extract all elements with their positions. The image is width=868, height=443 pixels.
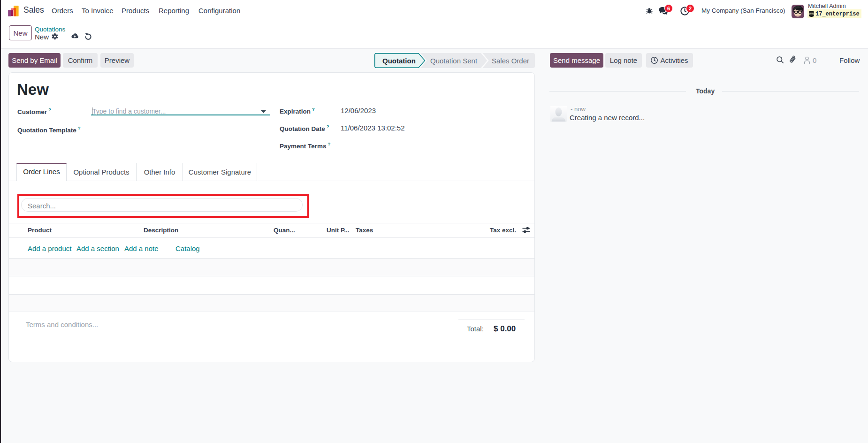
svg-text:Sales Order: Sales Order <box>492 57 529 65</box>
svg-text:Quotation Sent: Quotation Sent <box>430 57 478 65</box>
svg-text:Quotation: Quotation <box>382 57 416 65</box>
